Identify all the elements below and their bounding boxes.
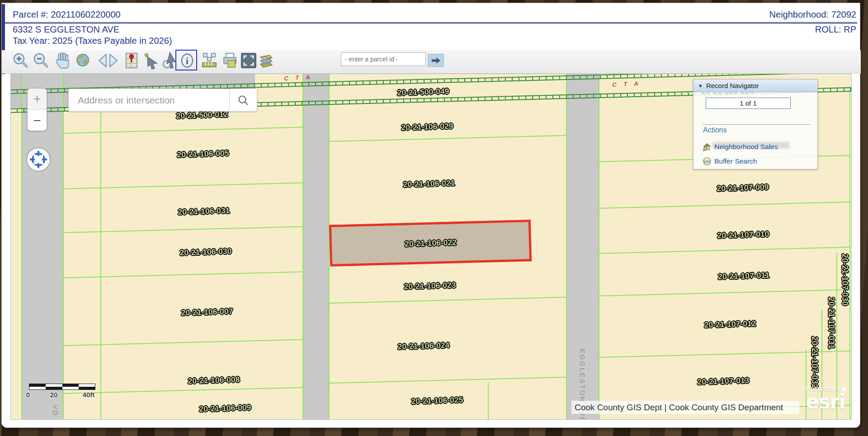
action-label: Buffer Search <box>714 157 757 165</box>
house-search-icon <box>703 142 712 151</box>
parcel-label: 20-21-106-021 <box>403 178 455 190</box>
parcel-label: 20-21-107-010 <box>717 230 769 241</box>
full-extent-globe-icon[interactable] <box>73 51 93 70</box>
parcel-line <box>330 377 567 384</box>
pan-hand-icon[interactable] <box>52 51 72 70</box>
parcel-label: 20-21-106-008 <box>188 375 240 386</box>
parcel-line <box>330 135 567 142</box>
address-search-input[interactable] <box>68 89 229 112</box>
parcel-label: 20-21-107-011 <box>718 271 769 282</box>
parcel-label: 20-21-106-030 <box>179 247 231 258</box>
app-window: Parcel #: 20211060220000 Neighborhood: 7… <box>1 3 860 428</box>
parcel-label: 20-21-107-009 <box>717 183 769 194</box>
address-search-button[interactable] <box>229 89 257 112</box>
layers-icon[interactable] <box>256 51 276 70</box>
parcel-label: 20-21-107-013 <box>697 376 749 387</box>
parcel-line <box>599 289 850 296</box>
parcel-id-input[interactable] <box>341 52 426 66</box>
actions-heading: Actions <box>703 126 726 134</box>
collapse-triangle-icon: ▼ <box>698 83 703 89</box>
parcel-line <box>63 387 303 394</box>
map-zoom-out-button[interactable]: − <box>28 110 47 131</box>
parcel-label: 20-21-107-031 <box>826 297 836 349</box>
parcel-label: 20-21-107-030 <box>840 254 849 306</box>
parcel-label: 20-21-106-005 <box>177 149 229 160</box>
print-icon[interactable] <box>220 51 240 70</box>
measure-icon[interactable] <box>199 51 219 70</box>
parcel-label: 20-21-106-023 <box>404 281 456 292</box>
parcel-line <box>599 247 850 254</box>
parcel-label: 20-21-106-031 <box>178 206 230 217</box>
action-neighborhood-sales[interactable]: Neighborhood Sales <box>703 142 778 152</box>
next-extent-icon[interactable] <box>107 51 121 70</box>
parcel-line <box>100 113 101 420</box>
scale-bar <box>29 384 95 390</box>
header-divider <box>5 22 857 23</box>
parcel-label: 20-21-107-012 <box>704 319 756 330</box>
select-arrow-icon[interactable] <box>141 51 161 70</box>
parcel-line <box>63 272 303 278</box>
record-navigator-title: Record Navigator <box>706 82 759 89</box>
search-icon <box>237 94 249 106</box>
esri-brand-text: esri <box>806 392 847 411</box>
zoom-in-icon[interactable] <box>10 51 30 70</box>
address-search <box>68 89 257 112</box>
parcel-line <box>599 202 850 209</box>
map-toolbar: i <box>2 50 861 74</box>
zoom-control: + − <box>27 88 47 131</box>
scale-tick-0: 0 <box>26 391 30 398</box>
parcel-line <box>63 127 303 134</box>
alley <box>302 74 330 420</box>
go-arrow-icon <box>430 56 441 65</box>
esri-logo: POWERED BY esri <box>806 386 847 414</box>
record-navigator-header[interactable]: ▼ Record Navigator <box>693 80 817 92</box>
info-icon[interactable]: i <box>177 51 197 70</box>
neighborhood-number: Neighborhood: 72092 <box>769 9 856 20</box>
property-address: 6332 S EGGLESTON AVE <box>13 24 119 35</box>
zoom-out-icon[interactable] <box>31 51 51 70</box>
map-zoom-in-button[interactable]: + <box>28 89 47 110</box>
scale-tick-40ft: 40ft <box>83 391 95 398</box>
roll-type: ROLL: RP <box>815 24 856 35</box>
page-background: Parcel #: 20211060220000 Neighborhood: 7… <box>0 0 868 436</box>
parcel-label: 20-21-106-025 <box>411 395 463 407</box>
buffer-circle-icon <box>703 157 712 166</box>
parcel-label: 20-21-106-007 <box>181 307 233 318</box>
parcel-line <box>330 297 567 304</box>
parcel-number: Parcel #: 20211060220000 <box>13 9 121 20</box>
parcel-go-button[interactable] <box>428 54 444 67</box>
parcel-line <box>849 88 850 420</box>
action-label: Neighborhood Sales <box>714 143 778 151</box>
parcel-label: 20-21-107-032 <box>810 337 819 389</box>
parcel-line <box>63 339 303 346</box>
parcel-label: 20-21-500-049 <box>397 87 449 98</box>
map-attribution: Cook County GIS Dept | Cook County GIS D… <box>571 401 799 414</box>
selected-parcel-label: 20-21-106-022 <box>404 238 456 249</box>
street-label: VD <box>52 405 59 417</box>
record-count-box[interactable]: 1 of 1 <box>706 98 791 109</box>
parcel-line <box>488 383 489 420</box>
svg-text:i: i <box>186 56 189 66</box>
map-canvas[interactable]: 20-21-106-022 20-21-500-04920-21-500-012… <box>10 74 852 420</box>
parcel-label: 20-21-106-029 <box>401 122 453 133</box>
action-buffer-search[interactable]: Buffer Search <box>703 156 757 166</box>
parcel-label: 20-21-106-024 <box>397 341 449 352</box>
parcel-line <box>63 226 303 233</box>
parcel-line <box>63 183 303 189</box>
selected-parcel-highlight[interactable]: 20-21-106-022 <box>329 220 532 267</box>
parcel-label: 20-21-106-009 <box>199 403 251 414</box>
cta-label: C T A <box>612 80 641 88</box>
locate-me-button[interactable] <box>26 147 51 172</box>
tax-year: Tax Year: 2025 (Taxes Payable in 2026) <box>13 36 172 46</box>
panel-divider <box>703 124 810 125</box>
locate-on-map-icon[interactable] <box>122 51 142 70</box>
scale-tick-20: 20 <box>50 391 58 398</box>
record-navigator-panel: 20-21-500-014 ▼ Record Navigator 1 of 1 … <box>693 79 818 169</box>
